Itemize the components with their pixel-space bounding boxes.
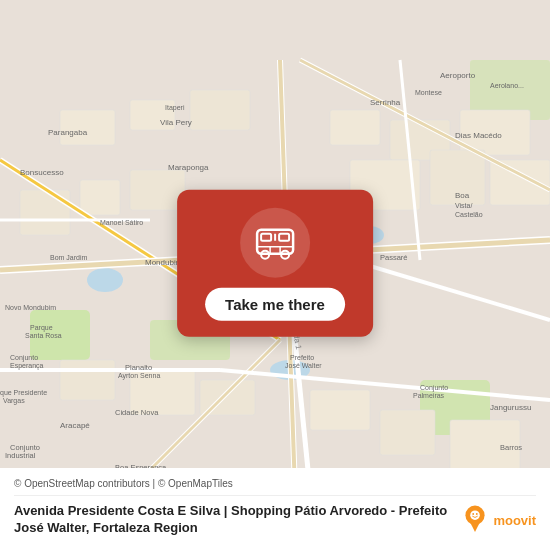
svg-text:Conjunto: Conjunto: [10, 354, 38, 362]
svg-text:Vargas: Vargas: [3, 397, 25, 405]
svg-rect-19: [490, 160, 550, 205]
svg-text:Bonsucesso: Bonsucesso: [20, 168, 64, 177]
svg-text:Esperança: Esperança: [10, 362, 44, 370]
svg-text:Ayrton Senna: Ayrton Senna: [118, 372, 160, 380]
moovit-logo: moovit: [457, 502, 536, 538]
svg-text:Novo Mondubim: Novo Mondubim: [5, 304, 56, 311]
svg-text:Parangaba: Parangaba: [48, 128, 88, 137]
svg-text:Serrinha: Serrinha: [370, 98, 401, 107]
svg-text:Cidade Nova: Cidade Nova: [115, 408, 159, 417]
svg-text:Itaperi: Itaperi: [165, 104, 185, 112]
address-row: Avenida Presidente Costa E Silva | Shopp…: [14, 502, 536, 538]
svg-rect-20: [60, 360, 115, 400]
svg-rect-24: [380, 410, 435, 455]
svg-text:Montese: Montese: [415, 89, 442, 96]
moovit-text: moovit: [493, 513, 536, 528]
svg-rect-10: [190, 90, 250, 130]
copyright-text: © OpenStreetMap contributors | © OpenMap…: [14, 478, 233, 489]
svg-text:Santa Rosa: Santa Rosa: [25, 332, 62, 339]
svg-rect-23: [310, 390, 370, 430]
svg-text:Industrial: Industrial: [5, 451, 36, 460]
svg-point-1: [87, 268, 123, 292]
copyright-bar: © OpenStreetMap contributors | © OpenMap…: [14, 478, 536, 496]
svg-rect-81: [261, 234, 271, 241]
svg-text:Dias Macédo: Dias Macédo: [455, 131, 502, 140]
svg-rect-11: [330, 110, 380, 145]
svg-text:José Walter: José Walter: [285, 362, 322, 369]
svg-text:Aracapé: Aracapé: [60, 421, 90, 430]
svg-text:que Presidente: que Presidente: [0, 389, 47, 397]
svg-text:Planalto: Planalto: [125, 363, 152, 372]
svg-text:Boa: Boa: [455, 191, 470, 200]
bus-icon: [250, 218, 300, 268]
bottom-panel: © OpenStreetMap contributors | © OpenMap…: [0, 468, 550, 550]
svg-rect-82: [279, 234, 289, 241]
address-text: Avenida Presidente Costa E Silva | Shopp…: [14, 503, 447, 537]
svg-text:Vila Pery: Vila Pery: [160, 118, 192, 127]
svg-text:Palmeiras: Palmeiras: [413, 392, 445, 399]
moovit-logo-svg: [457, 502, 493, 538]
svg-text:Bom Jardim: Bom Jardim: [50, 254, 88, 261]
svg-text:Jangurussu: Jangurussu: [490, 403, 531, 412]
svg-text:Passaré: Passaré: [380, 253, 408, 262]
take-me-there-button[interactable]: Take me there: [205, 288, 345, 321]
svg-point-91: [471, 510, 481, 520]
svg-text:Barros: Barros: [500, 443, 522, 452]
svg-marker-90: [471, 522, 481, 532]
svg-text:Maraponga: Maraponga: [168, 163, 209, 172]
svg-point-92: [473, 513, 475, 515]
svg-text:Aerolano...: Aerolano...: [490, 82, 524, 89]
svg-text:Parque: Parque: [30, 324, 53, 332]
bus-icon-wrapper: [240, 208, 310, 278]
action-card: Take me there: [177, 190, 373, 337]
svg-text:Prefeito: Prefeito: [290, 354, 314, 361]
svg-text:Vista/: Vista/: [455, 202, 472, 209]
svg-text:Manoel Sátiro: Manoel Sátiro: [100, 219, 143, 226]
svg-point-93: [476, 513, 478, 515]
svg-rect-15: [80, 180, 120, 215]
svg-text:Aeroporto: Aeroporto: [440, 71, 476, 80]
svg-text:Castelão: Castelão: [455, 211, 483, 218]
map-container: Bonsucesso Parangaba Vila Pery Itaperi S…: [0, 0, 550, 550]
svg-text:Conjunto: Conjunto: [420, 384, 448, 392]
